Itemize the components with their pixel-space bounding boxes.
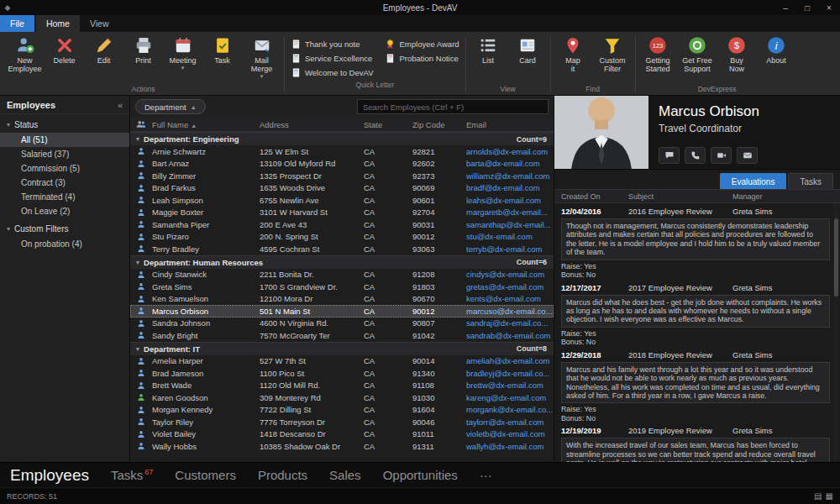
nav-item-products[interactable]: Products xyxy=(258,468,307,482)
table-row[interactable]: Stu Pizaro200 N. Spring StCA90012stu@dx-… xyxy=(130,231,554,244)
sidebar-item-on-leave-2[interactable]: On Leave (2) xyxy=(0,204,129,218)
sidebar-item-terminated-4[interactable]: Terminated (4) xyxy=(0,190,129,204)
nav-item-customers[interactable]: Customers xyxy=(175,468,236,482)
ribbon-item-map-it[interactable]: Map it xyxy=(554,34,593,81)
table-row[interactable]: Sandra Johnson4600 N Virginia Rd.CA90807… xyxy=(130,318,554,330)
table-row[interactable]: Sandy Bright7570 McGroarty TerCA91042san… xyxy=(130,329,554,342)
table-row[interactable]: Maggie Boxter3101 W Harvard StCA92704mar… xyxy=(130,207,554,219)
email-link[interactable]: violetb@dx-email.com xyxy=(466,429,554,438)
email-link[interactable]: barta@dx-email.com xyxy=(466,159,554,168)
sidebar-item-contract-3[interactable]: Contract (3) xyxy=(0,176,129,190)
group-by-chip[interactable]: Department ▲ xyxy=(135,99,206,114)
table-row[interactable]: Brad Jameson1100 Pico StCA91340bradleyj@… xyxy=(130,367,554,380)
email-link[interactable]: cindys@dx-email.com xyxy=(466,270,554,279)
nav-item-tasks[interactable]: Tasks67 xyxy=(111,468,153,482)
table-row[interactable]: Billy Zimmer1325 Prospect DrCA92373willi… xyxy=(130,170,554,182)
video-button[interactable] xyxy=(711,147,732,164)
sidebar-item-on-probation-4[interactable]: On probation (4) xyxy=(0,237,129,251)
layout-split-view-icon[interactable]: ▦ xyxy=(826,491,833,501)
email-link[interactable]: sandrab@dx-email.com xyxy=(466,331,554,340)
ribbon-item-about[interactable]: iAbout xyxy=(757,34,796,81)
column-created-on[interactable]: Created On xyxy=(554,192,628,201)
ribbon-item-employee-award[interactable]: Employee Award xyxy=(381,37,462,51)
ribbon-item-get-free-support[interactable]: Get Free Support xyxy=(678,34,717,81)
email-link[interactable]: taylorr@dx-email.com xyxy=(466,417,554,427)
phone-button[interactable] xyxy=(685,147,706,164)
mail-button[interactable] xyxy=(737,147,758,164)
evaluation-item[interactable]: 12/19/20192019 Employee ReviewGreta Sims… xyxy=(554,423,832,462)
table-row[interactable]: Wally Hobbs10385 Shadow Oak DrCA91311wal… xyxy=(130,440,554,453)
ribbon-item-thank-you-note[interactable]: Thank you note xyxy=(287,37,376,51)
tab-home[interactable]: Home xyxy=(36,15,80,32)
ribbon-item-probation-notice[interactable]: Probation Notice xyxy=(381,51,462,66)
collapse-sidebar-icon[interactable]: « xyxy=(118,100,123,110)
column-address[interactable]: Address xyxy=(260,120,364,129)
email-link[interactable]: stu@dx-email.com xyxy=(466,232,554,241)
minimize-button[interactable]: – xyxy=(774,0,796,15)
table-row[interactable]: Violet Bailey1418 Descanso DrCA91011viol… xyxy=(130,428,554,441)
table-row[interactable]: Arnie Schwartz125 W Elm StCA92821arnolds… xyxy=(130,145,554,158)
email-link[interactable]: gretas@dx-email.com xyxy=(466,282,554,291)
sidebar-item-all-51[interactable]: All (51) xyxy=(0,133,129,147)
column-zip[interactable]: Zip Code xyxy=(412,120,466,129)
close-button[interactable]: × xyxy=(818,0,840,15)
sidebar-item-commission-5[interactable]: Commission (5) xyxy=(0,161,129,176)
evaluation-item[interactable]: 12/17/20172017 Employee ReviewGreta Sims… xyxy=(554,280,832,347)
ribbon-item-print[interactable]: Print xyxy=(123,34,163,81)
ribbon-item-service-excellence[interactable]: Service Excellence xyxy=(287,51,376,66)
email-link[interactable]: morgank@dx-email.co... xyxy=(466,405,554,414)
email-link[interactable]: arnolds@dx-email.com xyxy=(466,147,554,156)
table-row[interactable]: Leah Simpson6755 Newlin AveCA90601leahs@… xyxy=(130,194,554,207)
email-link[interactable]: marcuso@dx-email.co... xyxy=(466,307,554,316)
email-link[interactable]: wallyh@dx-email.com xyxy=(466,442,554,451)
search-input[interactable] xyxy=(357,99,549,114)
scrollbar-thumb[interactable] xyxy=(834,218,838,296)
scrollbar[interactable] xyxy=(833,203,839,462)
table-row[interactable]: Morgan Kennedy7722 Dilling StCA91604morg… xyxy=(130,404,554,417)
email-link[interactable]: kareng@dx-email.com xyxy=(466,393,554,402)
sidebar-item-salaried-37[interactable]: Salaried (37) xyxy=(0,147,129,161)
ribbon-item-mail-merge[interactable]: Mail Merge▾ xyxy=(242,34,281,81)
table-row[interactable]: Amelia Harper527 W 7th StCA90014ameliah@… xyxy=(130,355,554,368)
ribbon-item-delete[interactable]: Delete xyxy=(45,34,84,81)
column-subject[interactable]: Subject xyxy=(628,192,732,201)
column-full-name[interactable]: Full Name▲ xyxy=(152,120,260,129)
ribbon-item-custom-filter[interactable]: Custom Filter xyxy=(593,34,633,81)
table-row[interactable]: Bart Arnaz13109 Old Myford RdCA92602bart… xyxy=(130,158,554,171)
ribbon-item-edit[interactable]: Edit xyxy=(84,34,123,81)
column-manager[interactable]: Manager xyxy=(732,192,840,201)
email-link[interactable]: samanthap@dx-email... xyxy=(466,220,554,229)
table-row[interactable]: Samantha Piper200 E Ave 43CA90031samanth… xyxy=(130,218,554,231)
table-row[interactable]: Marcus Orbison501 N Main StCA90012marcus… xyxy=(130,305,554,318)
nav-item-employees[interactable]: Employees xyxy=(10,466,89,485)
ribbon-item-new-employee[interactable]: New Employee xyxy=(5,34,45,81)
evaluation-item[interactable]: 12/04/20162016 Employee ReviewGreta Sims… xyxy=(554,203,832,280)
evaluation-item[interactable]: 12/29/20182018 Employee ReviewGreta Sims… xyxy=(554,347,832,423)
table-row[interactable]: Greta Sims1700 S Grandview Dr.CA91803gre… xyxy=(130,281,554,293)
ribbon-item-task[interactable]: Task xyxy=(202,34,242,81)
tab-file[interactable]: File xyxy=(0,15,34,32)
group-row[interactable]: ▾Department: EngineeringCount=9 xyxy=(130,132,554,145)
email-link[interactable]: brettw@dx-email.com xyxy=(466,381,554,390)
email-link[interactable]: bradleyj@dx-email.co... xyxy=(466,369,554,378)
tab-tasks[interactable]: Tasks xyxy=(788,173,833,189)
people-column-icon[interactable] xyxy=(130,119,152,129)
ribbon-item-card-view[interactable]: Card xyxy=(508,34,548,81)
email-link[interactable]: williamz@dx-email.com xyxy=(466,171,554,181)
layout-list-view-icon[interactable]: ▤ xyxy=(814,491,822,501)
ribbon-item-list-view[interactable]: List xyxy=(469,34,508,81)
email-link[interactable]: kents@dx-email.com xyxy=(466,294,554,303)
ribbon-item-meeting[interactable]: Meeting▾ xyxy=(163,34,202,81)
group-row[interactable]: ▾Department: ITCount=8 xyxy=(130,342,554,355)
ribbon-item-welcome-to-devav[interactable]: Welcome to DevAV xyxy=(287,66,376,80)
email-link[interactable]: leahs@dx-email.com xyxy=(466,196,554,205)
table-row[interactable]: Ken Samuelson12100 Mora DrCA90670kents@d… xyxy=(130,293,554,306)
sidebar-section-custom-filters[interactable]: ▾Custom Filters xyxy=(0,221,129,237)
email-link[interactable]: sandraj@dx-email.co... xyxy=(466,318,554,328)
email-link[interactable]: terryb@dx-email.com xyxy=(466,244,554,254)
email-link[interactable]: ameliah@dx-email.com xyxy=(466,356,554,365)
tab-view[interactable]: View xyxy=(80,15,119,32)
nav-item-opportunities[interactable]: Opportunities xyxy=(383,468,458,482)
ribbon-item-buy-now[interactable]: $Buy Now xyxy=(717,34,757,81)
table-row[interactable]: Terry Bradley4595 Cochran StCA93063terry… xyxy=(130,243,554,255)
